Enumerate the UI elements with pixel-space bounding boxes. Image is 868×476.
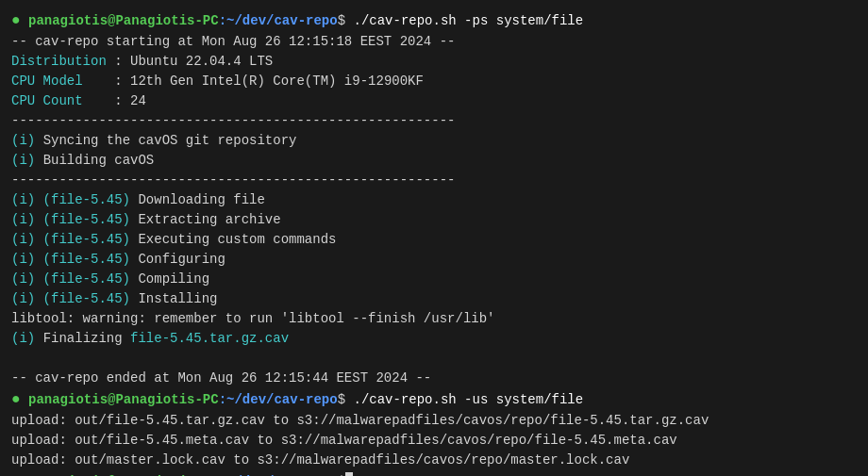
cpu-model-value: : 12th Gen Intel(R) Core(TM) i9-12900KF	[107, 72, 424, 91]
distribution-label: Distribution	[11, 52, 107, 72]
empty-line	[11, 349, 19, 369]
line-13: (i) (file-5.45) Configuring	[11, 250, 857, 270]
terminal-window: ● panagiotis@Panagiotis-PC:~/dev/cav-rep…	[0, 0, 868, 476]
info-text-12: Executing custom commands	[130, 230, 336, 250]
separator-1: ----------------------------------------…	[11, 111, 455, 131]
line-9: ----------------------------------------…	[11, 171, 857, 190]
line-5: CPU Count : 24	[11, 91, 857, 111]
info-tag-14: (i) (file-5.45)	[11, 270, 130, 289]
line-16: libtool: warning: remember to run 'libto…	[11, 309, 857, 329]
distribution-value: : Ubuntu 22.04.4 LTS	[107, 52, 273, 72]
prompt-path-1: :~/dev/cav-repo	[219, 11, 338, 31]
info-text-7: Syncing the cavOS git repository	[35, 131, 296, 151]
line-2: -- cav-repo starting at Mon Aug 26 12:15…	[11, 32, 857, 52]
upload-text-2: upload: out/file-5.45.meta.cav to s3://m…	[11, 431, 677, 451]
bullet-icon-24: ○	[11, 470, 21, 476]
prompt-dollar-1: $	[338, 11, 345, 31]
line-8: (i) Building cavOS	[11, 151, 857, 171]
prompt-user-1: panagiotis@Panagiotis-PC	[21, 11, 219, 31]
info-tag-7: (i)	[11, 131, 35, 151]
line-1: ● panagiotis@Panagiotis-PC:~/dev/cav-rep…	[11, 9, 857, 32]
info-tag-12: (i) (file-5.45)	[11, 230, 130, 250]
bullet-icon-20: ●	[11, 388, 21, 411]
info-text-14: Compiling	[130, 270, 209, 289]
line-23: upload: out/master.lock.cav to s3://malw…	[11, 451, 857, 470]
cpu-count-value: : 24	[107, 91, 146, 111]
prompt-path-24: :~/dev/cav-repo	[219, 472, 338, 476]
prompt-user-20: panagiotis@Panagiotis-PC	[21, 390, 219, 410]
start-banner: -- cav-repo starting at Mon Aug 26 12:15…	[11, 32, 455, 52]
command-1: ./cav-repo.sh -ps system/file	[345, 11, 583, 31]
prompt-user-24: panagiotis@Panagiotis-PC	[21, 472, 219, 476]
line-15: (i) (file-5.45) Installing	[11, 289, 857, 309]
info-tag-11: (i) (file-5.45)	[11, 210, 130, 230]
finalizing-link: file-5.45.tar.gz.cav	[130, 329, 289, 349]
line-4: CPU Model : 12th Gen Intel(R) Core(TM) i…	[11, 72, 857, 91]
cpu-model-label: CPU Model	[11, 72, 107, 91]
line-11: (i) (file-5.45) Extracting archive	[11, 210, 857, 230]
line-10: (i) (file-5.45) Downloading file	[11, 190, 857, 210]
info-text-15: Installing	[130, 289, 217, 309]
info-tag-8: (i)	[11, 151, 35, 171]
line-6: ----------------------------------------…	[11, 111, 857, 131]
line-22: upload: out/file-5.45.meta.cav to s3://m…	[11, 431, 857, 451]
end-banner: -- cav-repo ended at Mon Aug 26 12:15:44…	[11, 369, 431, 388]
cursor[interactable]	[345, 472, 353, 476]
line-3: Distribution : Ubuntu 22.04.4 LTS	[11, 52, 857, 72]
info-tag-13: (i) (file-5.45)	[11, 250, 130, 270]
info-text-10: Downloading file	[130, 190, 265, 210]
prompt-path-20: :~/dev/cav-repo	[219, 390, 338, 410]
line-7: (i) Syncing the cavOS git repository	[11, 131, 857, 151]
line-21: upload: out/file-5.45.tar.gz.cav to s3:/…	[11, 411, 857, 431]
line-24: ○ panagiotis@Panagiotis-PC:~/dev/cav-rep…	[11, 470, 857, 476]
info-text-8: Building cavOS	[35, 151, 154, 171]
upload-text-3: upload: out/master.lock.cav to s3://malw…	[11, 451, 629, 470]
line-17: (i) Finalizing file-5.45.tar.gz.cav	[11, 329, 857, 349]
upload-text-1: upload: out/file-5.45.tar.gz.cav to s3:/…	[11, 411, 709, 431]
bullet-icon-1: ●	[11, 9, 21, 32]
info-text-11: Extracting archive	[130, 210, 281, 230]
cpu-count-label: CPU Count	[11, 91, 107, 111]
finalizing-prefix: Finalizing	[35, 329, 130, 349]
line-18	[11, 349, 857, 369]
line-20: ● panagiotis@Panagiotis-PC:~/dev/cav-rep…	[11, 388, 857, 411]
prompt-dollar-24: $	[338, 472, 345, 476]
info-tag-15: (i) (file-5.45)	[11, 289, 130, 309]
line-19: -- cav-repo ended at Mon Aug 26 12:15:44…	[11, 369, 857, 388]
command-20: ./cav-repo.sh -us system/file	[345, 390, 583, 410]
line-14: (i) (file-5.45) Compiling	[11, 270, 857, 289]
warn-text: libtool: warning: remember to run 'libto…	[11, 309, 494, 329]
line-12: (i) (file-5.45) Executing custom command…	[11, 230, 857, 250]
info-tag-17: (i)	[11, 329, 35, 349]
info-text-13: Configuring	[130, 250, 225, 270]
prompt-dollar-20: $	[338, 390, 345, 410]
separator-2: ----------------------------------------…	[11, 171, 455, 190]
info-tag-10: (i) (file-5.45)	[11, 190, 130, 210]
